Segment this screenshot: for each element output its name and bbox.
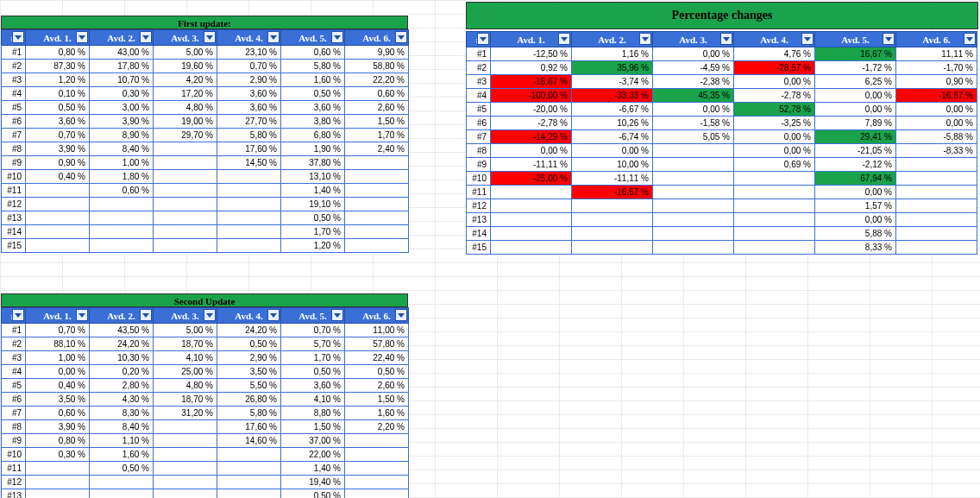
- filter-dropdown-icon[interactable]: [720, 33, 732, 45]
- col-header-avd-5[interactable]: Avd. 5.: [281, 30, 345, 46]
- col-header-avd-6[interactable]: Avd. 6.: [345, 308, 409, 324]
- cell[interactable]: 5,05 %: [653, 130, 734, 144]
- filter-dropdown-icon[interactable]: [76, 309, 88, 321]
- table-row[interactable]: #80,00 %0,00 %0,00 %-21,05 %-8,33 %: [467, 144, 977, 158]
- cell[interactable]: 23,10 %: [217, 46, 281, 60]
- table-row[interactable]: #5-20,00 %-6,67 %0,00 %52,78 %0,00 %0,00…: [467, 103, 977, 117]
- cell[interactable]: 0,00 %: [653, 103, 734, 117]
- cell[interactable]: [154, 184, 217, 198]
- cell[interactable]: 0,00 %: [896, 103, 977, 117]
- table-row[interactable]: #3-16,67 %-3,74 %-2,38 %0,00 %6,25 %0,90…: [467, 75, 977, 89]
- table-row[interactable]: #158,33 %: [467, 241, 977, 255]
- cell[interactable]: [345, 184, 409, 198]
- cell[interactable]: [26, 184, 90, 198]
- cell[interactable]: 0,00 %: [491, 144, 572, 158]
- table-row[interactable]: #130,00 %: [467, 213, 977, 227]
- cell[interactable]: [345, 476, 409, 489]
- row-index[interactable]: #13: [467, 213, 491, 227]
- cell[interactable]: 1,57 %: [815, 199, 896, 213]
- cell[interactable]: [734, 241, 815, 255]
- table-row[interactable]: #151,20 %: [2, 239, 409, 253]
- cell[interactable]: [345, 434, 409, 448]
- cell[interactable]: 0,00 %: [815, 103, 896, 117]
- cell[interactable]: 4,80 %: [154, 101, 217, 115]
- cell[interactable]: 3,50 %: [26, 393, 90, 407]
- cell[interactable]: 5,00 %: [154, 46, 217, 60]
- cell[interactable]: 1,20 %: [281, 239, 345, 253]
- cell[interactable]: -2,38 %: [653, 75, 734, 89]
- cell[interactable]: -2,78 %: [734, 89, 815, 103]
- cell[interactable]: -2,12 %: [815, 158, 896, 172]
- row-index[interactable]: #7: [2, 129, 26, 142]
- cell[interactable]: 67,94 %: [815, 172, 896, 186]
- row-index[interactable]: #13: [2, 489, 26, 499]
- pct-table[interactable]: #Avd. 1.Avd. 2.Avd. 3.Avd. 4.Avd. 5.Avd.…: [466, 31, 977, 255]
- cell[interactable]: 1,90 %: [281, 142, 345, 156]
- table-row[interactable]: #40,00 %0,20 %25,00 %3,50 %0,50 %0,50 %: [2, 365, 409, 379]
- cell[interactable]: [491, 227, 572, 241]
- cell[interactable]: 3,60 %: [281, 379, 345, 393]
- row-index[interactable]: #11: [2, 184, 26, 198]
- cell[interactable]: 24,20 %: [217, 324, 281, 337]
- table-row[interactable]: #70,60 %8,30 %31,20 %5,80 %8,80 %1,60 %: [2, 407, 409, 420]
- row-index[interactable]: #12: [467, 199, 491, 213]
- cell[interactable]: [491, 199, 572, 213]
- second-update-table[interactable]: #Avd. 1.Avd. 2.Avd. 3.Avd. 4.Avd. 5.Avd.…: [1, 307, 409, 498]
- cell[interactable]: 4,20 %: [154, 73, 217, 87]
- cell[interactable]: 1,10 %: [90, 434, 154, 448]
- cell[interactable]: 8,30 %: [90, 407, 154, 420]
- table-row[interactable]: #11-16,67 %0,00 %: [467, 186, 977, 199]
- cell[interactable]: 0,10 %: [26, 87, 90, 101]
- cell[interactable]: [154, 170, 217, 184]
- cell[interactable]: [154, 211, 217, 225]
- cell[interactable]: 8,90 %: [90, 129, 154, 142]
- cell[interactable]: [90, 476, 154, 489]
- table-row[interactable]: #100,30 %1,60 %22,00 %: [2, 448, 409, 462]
- cell[interactable]: [572, 199, 653, 213]
- table-row[interactable]: #70,70 %8,90 %29,70 %5,80 %6,80 %1,70 %: [2, 129, 409, 142]
- cell[interactable]: [26, 462, 90, 476]
- table-row[interactable]: #9-11,11 %10,00 %0,69 %-2,12 %: [467, 158, 977, 172]
- row-index[interactable]: #5: [467, 103, 491, 117]
- table-row[interactable]: #100,40 %1,80 %13,10 %: [2, 170, 409, 184]
- cell[interactable]: 1,16 %: [572, 47, 653, 61]
- cell[interactable]: [217, 489, 281, 499]
- row-index[interactable]: #9: [467, 158, 491, 172]
- cell[interactable]: 4,80 %: [154, 379, 217, 393]
- cell[interactable]: 0,90 %: [896, 75, 977, 89]
- cell[interactable]: 6,25 %: [815, 75, 896, 89]
- cell[interactable]: -2,78 %: [491, 117, 572, 130]
- table-row[interactable]: #1-12,50 %1,16 %0,00 %4,76 %16,67 %11,11…: [467, 47, 977, 61]
- row-index[interactable]: #11: [467, 186, 491, 199]
- cell[interactable]: 26,80 %: [217, 393, 281, 407]
- cell[interactable]: -16,67 %: [491, 75, 572, 89]
- cell[interactable]: [345, 156, 409, 170]
- cell[interactable]: 35,96 %: [572, 61, 653, 75]
- cell[interactable]: [653, 241, 734, 255]
- cell[interactable]: 0,50 %: [345, 365, 409, 379]
- cell[interactable]: [896, 158, 977, 172]
- cell[interactable]: 3,90 %: [26, 420, 90, 434]
- cell[interactable]: 5,00 %: [154, 324, 217, 337]
- row-index[interactable]: #4: [2, 87, 26, 101]
- cell[interactable]: [734, 172, 815, 186]
- cell[interactable]: [26, 225, 90, 239]
- row-index[interactable]: #6: [467, 117, 491, 130]
- row-index[interactable]: #12: [2, 198, 26, 211]
- table-row[interactable]: #10,80 %43,00 %5,00 %23,10 %0,60 %9,90 %: [2, 46, 409, 60]
- cell[interactable]: 52,78 %: [734, 103, 815, 117]
- cell[interactable]: 17,60 %: [217, 142, 281, 156]
- row-index[interactable]: #15: [2, 239, 26, 253]
- cell[interactable]: 1,40 %: [281, 462, 345, 476]
- cell[interactable]: 19,60 %: [154, 60, 217, 73]
- cell[interactable]: 22,20 %: [345, 73, 409, 87]
- cell[interactable]: 19,40 %: [281, 476, 345, 489]
- cell[interactable]: -8,33 %: [896, 144, 977, 158]
- cell[interactable]: -11,11 %: [491, 158, 572, 172]
- row-index[interactable]: #1: [2, 324, 26, 337]
- cell[interactable]: [734, 199, 815, 213]
- cell[interactable]: [217, 476, 281, 489]
- cell[interactable]: 0,00 %: [896, 117, 977, 130]
- filter-dropdown-icon[interactable]: [140, 309, 152, 321]
- cell[interactable]: -3,25 %: [734, 117, 815, 130]
